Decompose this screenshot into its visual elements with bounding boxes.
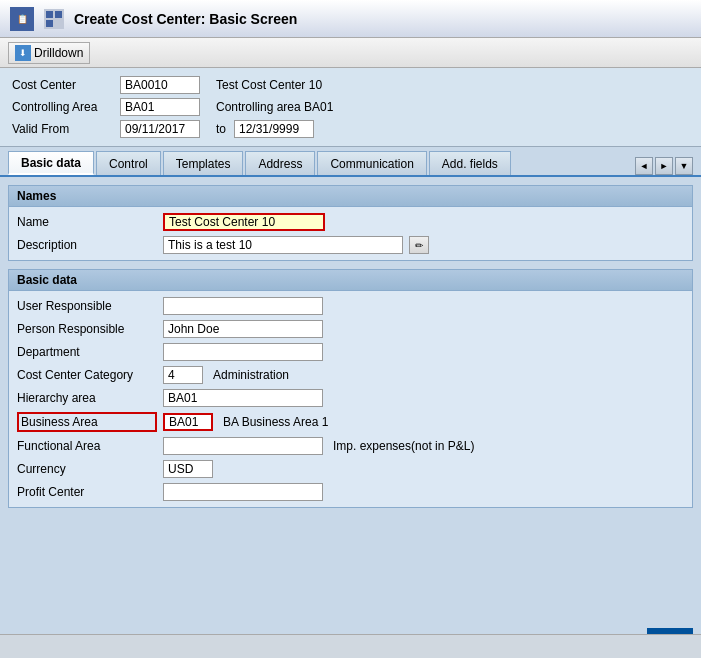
tab-control[interactable]: Control — [96, 151, 161, 175]
name-label: Name — [17, 215, 157, 229]
currency-row: Currency — [17, 460, 684, 478]
person-responsible-input[interactable] — [163, 320, 323, 338]
description-input[interactable] — [163, 236, 403, 254]
description-edit-button[interactable]: ✏ — [409, 236, 429, 254]
tab-communication[interactable]: Communication — [317, 151, 426, 175]
basic-data-section: Basic data User Responsible Person Respo… — [8, 269, 693, 508]
profit-center-input[interactable] — [163, 483, 323, 501]
valid-to-value: 12/31/9999 — [239, 122, 299, 136]
profit-center-label: Profit Center — [17, 485, 157, 499]
basic-data-section-body: User Responsible Person Responsible Depa… — [9, 291, 692, 507]
department-label: Department — [17, 345, 157, 359]
person-responsible-row: Person Responsible — [17, 320, 684, 338]
hierarchy-area-label: Hierarchy area — [17, 391, 157, 405]
cost-center-category-input[interactable] — [163, 366, 203, 384]
cost-center-name: Test Cost Center 10 — [216, 78, 322, 92]
tab-address[interactable]: Address — [245, 151, 315, 175]
tab-prev-button[interactable]: ◄ — [635, 157, 653, 175]
user-responsible-label: User Responsible — [17, 299, 157, 313]
functional-area-row: Functional Area Imp. expenses(not in P&L… — [17, 437, 684, 455]
currency-label: Currency — [17, 462, 157, 476]
title-bar: 📋 Create Cost Center: Basic Screen — [0, 0, 701, 38]
cost-center-input[interactable]: BA0010 — [120, 76, 200, 94]
cost-center-category-text: Administration — [213, 368, 289, 382]
main-content: Names Name Description ✏ Basic data User… — [0, 177, 701, 658]
valid-from-row: Valid From 09/11/2017 to 12/31/9999 — [12, 120, 689, 138]
names-section: Names Name Description ✏ — [8, 185, 693, 261]
hierarchy-area-input[interactable] — [163, 389, 323, 407]
tab-next-button[interactable]: ► — [655, 157, 673, 175]
controlling-area-name: Controlling area BA01 — [216, 100, 333, 114]
profit-center-row: Profit Center — [17, 483, 684, 501]
description-label: Description — [17, 238, 157, 252]
toolbar: ⬇ Drilldown — [0, 38, 701, 68]
business-area-row: Business Area BA Business Area 1 — [17, 412, 684, 432]
cost-center-value: BA0010 — [125, 78, 168, 92]
header-area: Cost Center BA0010 Test Cost Center 10 C… — [0, 68, 701, 147]
person-responsible-label: Person Responsible — [17, 322, 157, 336]
description-row: Description ✏ — [17, 236, 684, 254]
business-area-label: Business Area — [17, 412, 157, 432]
hierarchy-area-row: Hierarchy area — [17, 389, 684, 407]
svg-rect-3 — [46, 20, 53, 27]
basic-data-section-header: Basic data — [9, 270, 692, 291]
tabs-container: Basic data Control Templates Address Com… — [0, 147, 701, 177]
functional-area-input[interactable] — [163, 437, 323, 455]
tab-nav-buttons: ◄ ► ▼ — [635, 157, 693, 175]
functional-area-label: Functional Area — [17, 439, 157, 453]
user-responsible-row: User Responsible — [17, 297, 684, 315]
app-icon: 📋 — [10, 7, 34, 31]
controlling-area-input[interactable]: BA01 — [120, 98, 200, 116]
drilldown-label: Drilldown — [34, 46, 83, 60]
names-section-body: Name Description ✏ — [9, 207, 692, 260]
tab-add-fields[interactable]: Add. fields — [429, 151, 511, 175]
department-row: Department — [17, 343, 684, 361]
drilldown-button[interactable]: ⬇ Drilldown — [8, 42, 90, 64]
name-row: Name — [17, 213, 684, 231]
valid-from-label: Valid From — [12, 122, 112, 136]
business-area-input[interactable] — [163, 413, 213, 431]
tab-basic-data[interactable]: Basic data — [8, 151, 94, 175]
controlling-area-row: Controlling Area BA01 Controlling area B… — [12, 98, 689, 116]
functional-area-text: Imp. expenses(not in P&L) — [333, 439, 474, 453]
cost-center-row: Cost Center BA0010 Test Cost Center 10 — [12, 76, 689, 94]
name-input[interactable] — [163, 213, 325, 231]
cost-center-category-row: Cost Center Category Administration — [17, 366, 684, 384]
cost-center-label: Cost Center — [12, 78, 112, 92]
valid-from-value: 09/11/2017 — [125, 122, 185, 136]
to-label: to — [216, 122, 226, 136]
page-title: Create Cost Center: Basic Screen — [74, 11, 297, 27]
user-responsible-input[interactable] — [163, 297, 323, 315]
cost-center-category-label: Cost Center Category — [17, 368, 157, 382]
svg-rect-1 — [46, 11, 53, 18]
valid-from-input[interactable]: 09/11/2017 — [120, 120, 200, 138]
business-area-text: BA Business Area 1 — [223, 415, 328, 429]
department-input[interactable] — [163, 343, 323, 361]
status-bar — [0, 634, 701, 658]
drilldown-icon: ⬇ — [15, 45, 31, 61]
valid-to-input[interactable]: 12/31/9999 — [234, 120, 314, 138]
names-section-header: Names — [9, 186, 692, 207]
currency-input[interactable] — [163, 460, 213, 478]
svg-rect-2 — [55, 11, 62, 18]
controlling-area-value: BA01 — [125, 100, 154, 114]
controlling-area-label: Controlling Area — [12, 100, 112, 114]
sap-decoration-icon — [44, 9, 64, 29]
tab-menu-button[interactable]: ▼ — [675, 157, 693, 175]
tab-templates[interactable]: Templates — [163, 151, 244, 175]
